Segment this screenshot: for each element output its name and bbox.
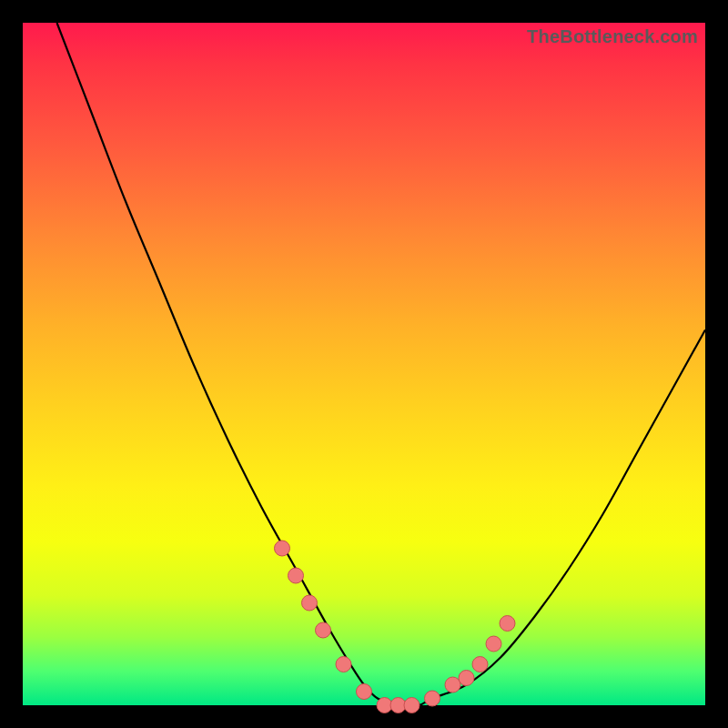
marker-dot: [288, 568, 304, 583]
marker-dot: [486, 636, 501, 652]
marker-dot: [377, 698, 392, 713]
marker-dot: [404, 698, 420, 713]
marker-dot: [302, 595, 318, 611]
bottleneck-curve-path: [57, 23, 706, 706]
curve-layer: [23, 23, 705, 705]
marker-dot: [336, 657, 351, 672]
marker-dot: [445, 677, 460, 693]
marker-dot: [459, 671, 474, 686]
marker-dot: [472, 657, 488, 672]
marker-dot: [390, 698, 406, 713]
watermark-text: TheBottleneck.com: [527, 26, 698, 47]
marker-dot: [425, 691, 440, 706]
marker-dot: [275, 541, 290, 556]
plot-area: TheBottleneck.com: [23, 23, 705, 705]
marker-dot: [316, 622, 331, 638]
marker-dot: [357, 684, 372, 700]
marker-group: [275, 541, 516, 713]
marker-dot: [500, 616, 515, 632]
chart-frame: TheBottleneck.com: [0, 0, 728, 728]
